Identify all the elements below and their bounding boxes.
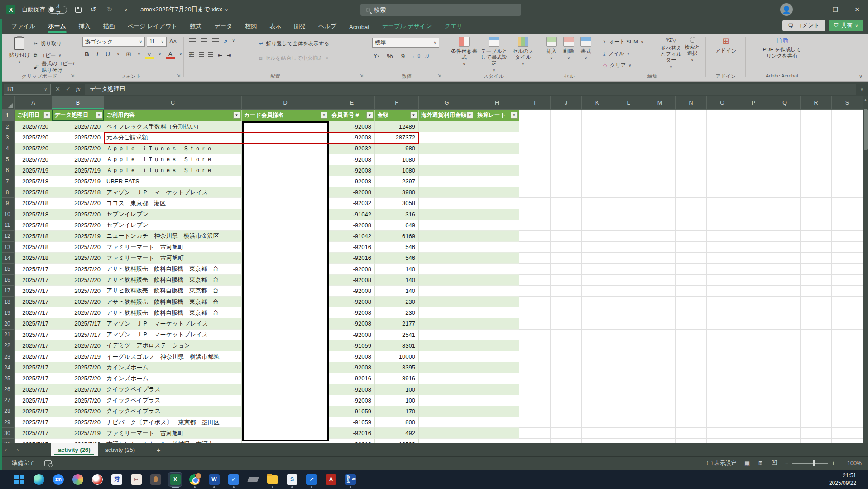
ribbon-tab-データ[interactable]: データ — [209, 19, 239, 34]
cell-r23-c1[interactable]: 2025/7/17 — [15, 351, 52, 362]
currency-format-icon[interactable]: ¥∨ — [372, 51, 381, 61]
empty-cell[interactable] — [676, 286, 707, 297]
empty-cell[interactable] — [551, 220, 582, 231]
empty-cell[interactable] — [801, 110, 832, 121]
italic-button[interactable]: I — [93, 49, 102, 59]
empty-cell[interactable] — [519, 340, 551, 351]
cell-r20-c3[interactable]: アマゾン ＪＰ マーケットプレイス — [104, 318, 242, 329]
table-header-会員番号 #[interactable]: 会員番号 #▼ — [329, 110, 375, 121]
taskbar-icon-yayoi-25[interactable]: 弥生25 — [344, 473, 357, 486]
filter-dropdown-icon[interactable]: ▼ — [321, 112, 327, 119]
cell-r20-c7[interactable] — [419, 318, 475, 329]
table-header-海外通貨利用金額[interactable]: 海外通貨利用金額▼ — [419, 110, 475, 121]
cell-r7-c3[interactable]: UBER EATS — [104, 176, 242, 187]
empty-cell[interactable] — [613, 439, 644, 443]
empty-cell[interactable] — [801, 132, 832, 143]
bold-button[interactable]: B — [82, 49, 91, 59]
cell-r30-c5[interactable]: -92016 — [329, 428, 375, 439]
cell-r15-c5[interactable]: -92008 — [329, 264, 375, 274]
cell-r9-c2[interactable]: 2025/7/20 — [52, 198, 104, 209]
share-button[interactable]: ⛉共有∨ — [829, 20, 863, 31]
cell-r11-c5[interactable]: -92008 — [329, 220, 375, 231]
font-size-select[interactable]: 11∨ — [147, 37, 167, 47]
decrease-decimal-icon[interactable]: .0→ — [425, 51, 434, 61]
empty-cell[interactable] — [676, 132, 707, 143]
empty-cell[interactable] — [832, 275, 863, 286]
empty-cell[interactable] — [551, 286, 582, 297]
cell-r30-c6[interactable]: 492 — [375, 428, 419, 439]
empty-cell[interactable] — [769, 362, 801, 373]
table-header-データ処理日[interactable]: データ処理日▼ — [52, 110, 104, 121]
empty-cell[interactable] — [738, 242, 769, 253]
cell-r25-c1[interactable]: 2025/7/17 — [15, 373, 52, 384]
cell-r12-c2[interactable]: 2025/7/19 — [52, 231, 104, 242]
empty-cell[interactable] — [769, 318, 801, 329]
empty-cell[interactable] — [832, 286, 863, 297]
cell-r11-c6[interactable]: 649 — [375, 220, 419, 231]
taskbar-icon-mail-app[interactable]: ✓ — [227, 473, 240, 486]
empty-cell[interactable] — [644, 439, 676, 443]
empty-cell[interactable] — [644, 330, 676, 340]
wrap-text-button[interactable]: ↩折り返して全体を表示する — [259, 38, 329, 49]
empty-cell[interactable] — [676, 110, 707, 121]
empty-cell[interactable] — [644, 318, 676, 329]
addins-button[interactable]: ⊞ アドイン — [715, 37, 737, 54]
empty-cell[interactable] — [832, 307, 863, 318]
cell-r25-c7[interactable] — [419, 373, 475, 384]
close-button[interactable]: ✕ — [846, 0, 868, 19]
align-bottom-icon[interactable] — [212, 38, 219, 43]
empty-cell[interactable] — [801, 253, 832, 264]
empty-cell[interactable] — [519, 154, 551, 165]
cell-r4-c5[interactable]: -92032 — [329, 143, 375, 154]
clear-button[interactable]: ◇クリア∨ — [603, 59, 643, 71]
cell-r6-c7[interactable] — [419, 165, 475, 176]
cell-r9-c1[interactable]: 2025/7/18 — [15, 198, 52, 209]
dialog-launcher-icon[interactable]: ⇲ — [177, 73, 180, 78]
empty-cell[interactable] — [738, 143, 769, 154]
empty-cell[interactable] — [551, 242, 582, 253]
empty-cell[interactable] — [801, 275, 832, 286]
empty-cell[interactable] — [676, 275, 707, 286]
empty-cell[interactable] — [519, 351, 551, 362]
empty-cell[interactable] — [551, 110, 582, 121]
empty-cell[interactable] — [551, 330, 582, 340]
undo-icon[interactable]: ↺ — [89, 5, 98, 14]
empty-cell[interactable] — [676, 439, 707, 443]
column-header-N[interactable]: N — [676, 96, 707, 110]
cell-r8-c1[interactable]: 2025/7/18 — [15, 187, 52, 198]
empty-cell[interactable] — [769, 340, 801, 351]
empty-cell[interactable] — [769, 351, 801, 362]
empty-cell[interactable] — [769, 264, 801, 274]
empty-cell[interactable] — [769, 439, 801, 443]
cell-r27-c8[interactable] — [475, 395, 519, 406]
empty-cell[interactable] — [676, 176, 707, 187]
ribbon-tab-ヘルプ[interactable]: ヘルプ — [312, 19, 342, 34]
cell-r21-c5[interactable]: -92008 — [329, 330, 375, 340]
empty-cell[interactable] — [707, 318, 738, 329]
empty-cell[interactable] — [519, 417, 551, 428]
cell-r28-c3[interactable]: クイックペイプラス — [104, 406, 242, 417]
cell-r25-c2[interactable]: 2025/7/20 — [52, 373, 104, 384]
cell-r4-c8[interactable] — [475, 143, 519, 154]
cell-r17-c5[interactable]: -92008 — [329, 286, 375, 297]
empty-cell[interactable] — [519, 209, 551, 220]
empty-cell[interactable] — [551, 395, 582, 406]
cell-r19-c2[interactable]: 2025/7/20 — [52, 307, 104, 318]
empty-cell[interactable] — [676, 307, 707, 318]
empty-cell[interactable] — [769, 330, 801, 340]
empty-cell[interactable] — [707, 176, 738, 187]
empty-cell[interactable] — [738, 176, 769, 187]
zoom-slider[interactable]: − + — [785, 460, 835, 466]
empty-cell[interactable] — [551, 121, 582, 132]
cell-r21-c2[interactable]: 2025/7/17 — [52, 330, 104, 340]
taskbar-icon-start[interactable] — [13, 473, 26, 486]
empty-cell[interactable] — [613, 384, 644, 395]
empty-cell[interactable] — [738, 384, 769, 395]
empty-cell[interactable] — [738, 187, 769, 198]
empty-cell[interactable] — [613, 165, 644, 176]
cell-r16-c7[interactable] — [419, 275, 475, 286]
filter-dropdown-icon[interactable]: ▼ — [43, 112, 50, 119]
empty-cell[interactable] — [676, 209, 707, 220]
empty-cell[interactable] — [832, 132, 863, 143]
cell-r18-c7[interactable] — [419, 297, 475, 307]
